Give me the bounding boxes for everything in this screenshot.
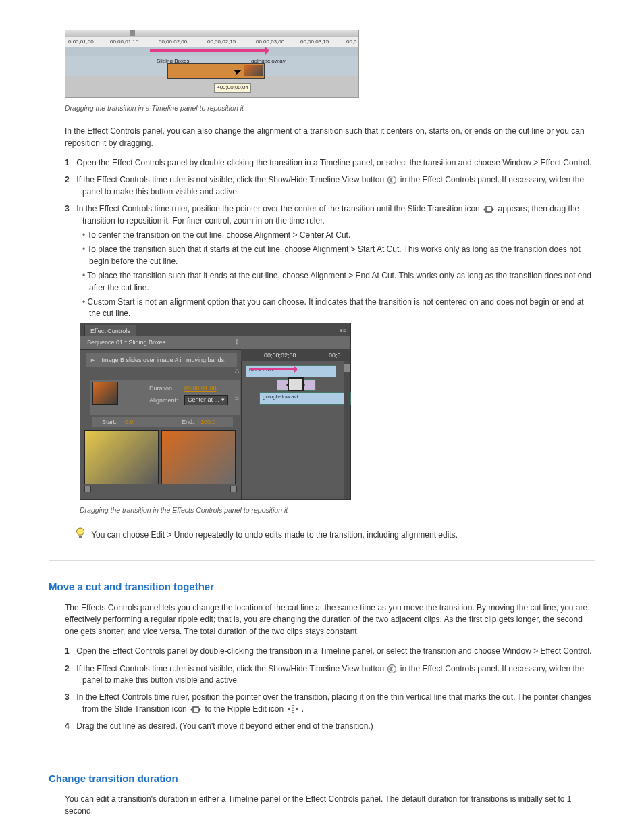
slide-transition-icon <box>483 205 494 213</box>
s2-step-2-text-a: If the Effect Controls time ruler is not… <box>76 664 386 673</box>
section3-paragraph: You can edit a transition's duration in … <box>65 793 595 817</box>
section-change-duration-link[interactable]: Change transition duration <box>49 773 178 784</box>
transition-thumbnail <box>92 382 118 405</box>
effect-controls-screenshot: Effect Controls ▾≡ Sequence 01 * Sliding… <box>80 323 595 500</box>
start-label: Start: <box>102 418 117 427</box>
panel-menu-icon: ▾≡ <box>340 326 346 335</box>
alignment-label: Alignment: <box>149 396 178 405</box>
step-number: 2 <box>65 663 74 675</box>
timeline-ruler: 0;00;01;00 00;00;01;15 00;00 02;00 00;00… <box>65 37 358 47</box>
section2-paragraph: The Effects Controls panel lets you chan… <box>65 602 595 637</box>
drag-arrow <box>250 368 297 370</box>
end-value: 100.0 <box>200 418 216 427</box>
drag-arrow <box>150 49 268 52</box>
tip-text: You can choose Edit > Undo repeatedly to… <box>91 530 458 540</box>
ripple-edit-icon <box>288 704 298 714</box>
drag-tooltip: +00;00;00.04 <box>214 83 251 93</box>
duration-label: Duration <box>149 384 172 393</box>
slide-transition-icon <box>190 706 201 714</box>
s2-step-1-text: Open the Effect Controls panel by double… <box>76 646 591 656</box>
step-2-text-a: If the Effect Controls time ruler is not… <box>76 175 386 184</box>
svg-rect-1 <box>486 207 491 212</box>
timecode: 00;00;02;00 <box>264 351 296 360</box>
bullet-1: To center the transition on the cut line… <box>89 230 595 241</box>
bullet-4: Custom Start is not an alignment option … <box>89 296 595 320</box>
step-1-text: Open the Effect Controls panel by double… <box>76 158 591 167</box>
s2-step-3-text-c: . <box>302 704 304 714</box>
step-3-text-a: In the Effect Controls time ruler, posit… <box>76 204 482 213</box>
slider-knob <box>230 486 237 492</box>
transition-description: ► Image B slides over image A in moving … <box>86 353 237 367</box>
slider-knob <box>84 486 91 492</box>
tip-lightbulb-icon <box>76 527 85 540</box>
step-number: 1 <box>65 157 74 169</box>
sequence-path: Sequence 01 * Sliding Boxes <box>87 338 165 347</box>
preview-a <box>84 430 159 484</box>
step-number: 1 <box>65 646 74 657</box>
timeline-screenshot: 0;00;01;00 00;00;01;15 00;00 02;00 00;00… <box>65 30 595 98</box>
preview-b <box>161 430 236 484</box>
step-number: 4 <box>65 721 74 732</box>
svg-rect-2 <box>79 536 82 538</box>
track-label-a: A <box>235 367 239 375</box>
expand-icon: ⟫ <box>236 338 239 346</box>
s2-step-4-text: Drag the cut line as desired. (You can't… <box>76 721 373 731</box>
caption-timeline: Dragging the transition in a Timeline pa… <box>65 103 595 113</box>
clip-bar-a: block1.avi <box>246 365 336 377</box>
chevron-circle-icon <box>387 176 396 184</box>
track-label-b: B <box>235 394 239 402</box>
chevron-circle-icon <box>387 664 396 673</box>
bullet-2: To place the transition such that it sta… <box>89 244 595 267</box>
transition-clip <box>167 63 265 79</box>
bullet-3: To place the transition such that it end… <box>89 270 595 294</box>
step-number: 3 <box>65 203 74 215</box>
s2-step-3-text-a: In the Effect Controls time ruler, posit… <box>76 692 591 713</box>
start-value: 0.0 <box>125 418 134 427</box>
step-number: 3 <box>65 692 74 703</box>
step-number: 2 <box>65 174 74 186</box>
s2-step-3-text-b: to the Ripple Edit icon <box>205 704 286 714</box>
section-divider <box>49 560 595 561</box>
scrollbar <box>344 361 350 499</box>
section-move-cut-link[interactable]: Move a cut and transition together <box>49 581 214 592</box>
timecode: 00;0 <box>329 351 341 360</box>
svg-rect-4 <box>193 707 198 712</box>
clip-bar-b: goingbelow.avi <box>259 392 351 405</box>
slide-transition-icon <box>288 377 304 391</box>
section-divider <box>49 752 595 752</box>
duration-value: 00:00:01.00 <box>184 384 217 393</box>
alignment-dropdown: Center at ... ▾ <box>184 395 228 405</box>
paragraph-effect-controls: In the Effect Controls panel, you can al… <box>65 126 595 149</box>
end-label: End: <box>182 418 194 427</box>
caption-effect-controls: Dragging the transition in the Effects C… <box>80 505 595 515</box>
triangle-icon: ► <box>90 357 96 363</box>
